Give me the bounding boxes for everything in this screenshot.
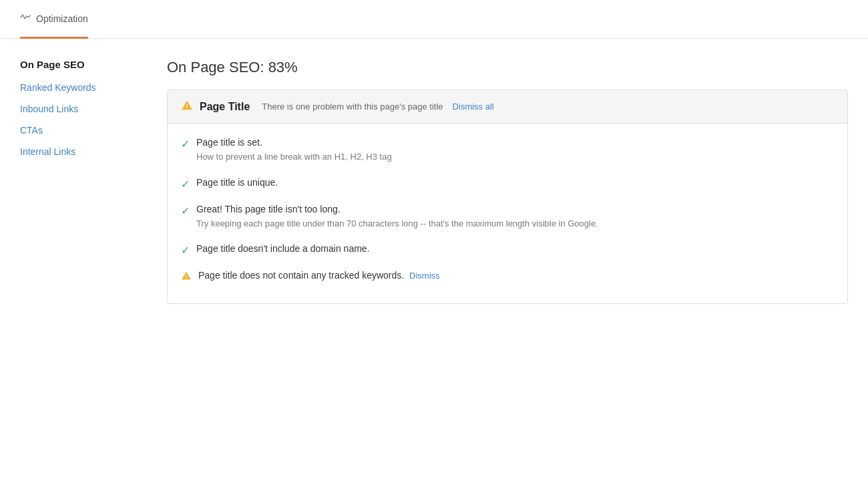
check-item-row: ✓ Page title is unique. [181,177,834,190]
card-description: There is one problem with this page's pa… [262,102,443,112]
card-header-warning-icon: ! [181,100,193,114]
check-item-row: ✓ Page title is set. How to prevent a li… [181,137,834,164]
check-icon-warning: ! [181,271,192,283]
sidebar-item-inbound-links[interactable]: Inbound Links [20,104,154,114]
sidebar-item-ctas[interactable]: CTAs [20,125,154,136]
check-item-text: Page title is unique. [196,177,834,188]
check-icon-success: ✓ [181,244,190,257]
check-icon-success: ✓ [181,204,190,217]
check-item-content: Page title does not contain any tracked … [198,270,834,281]
dismiss-keyword-button[interactable]: Dismiss [409,271,440,281]
check-item-row: ✓ Great! This page title isn't too long.… [181,204,834,230]
check-item-title-set: ✓ Page title is set. How to prevent a li… [181,137,834,164]
check-item-subtext: How to prevent a line break with an H1, … [196,150,834,164]
page-seo-heading: On Page SEO: 83% [167,59,848,76]
page-title-card: ! Page Title There is one problem with t… [167,90,848,304]
card-title: Page Title [200,101,250,113]
card-header: ! Page Title There is one problem with t… [168,90,847,124]
top-nav: Optimization [0,0,868,39]
check-icon-success: ✓ [181,178,190,190]
check-item-content: Page title is set. How to prevent a line… [196,137,834,164]
sidebar-item-ranked-keywords[interactable]: Ranked Keywords [20,82,154,93]
dismiss-all-button[interactable]: Dismiss all [453,102,494,112]
check-item-text: Page title is set. [196,137,834,148]
main-content: On Page SEO Ranked Keywords Inbound Link… [0,39,868,304]
svg-text:!: ! [186,274,188,280]
check-item-content: Page title doesn't include a domain name… [196,243,834,254]
svg-text:!: ! [186,103,188,110]
optimization-tab[interactable]: Optimization [20,0,88,39]
sidebar-item-internal-links[interactable]: Internal Links [20,146,154,157]
check-item-content: Page title is unique. [196,177,834,188]
check-item-text: Great! This page title isn't too long. [196,204,834,214]
check-item-title-domain: ✓ Page title doesn't include a domain na… [181,243,834,257]
check-item-text: Page title doesn't include a domain name… [196,243,834,254]
card-body: ✓ Page title is set. How to prevent a li… [168,124,847,303]
check-item-row: ✓ Page title doesn't include a domain na… [181,243,834,257]
check-item-title-length: ✓ Great! This page title isn't too long.… [181,204,834,230]
check-icon-success: ✓ [181,138,190,150]
check-item-title-unique: ✓ Page title is unique. [181,177,834,190]
check-item-text: Page title does not contain any tracked … [198,270,834,281]
optimization-tab-label: Optimization [36,13,88,24]
check-item-content: Great! This page title isn't too long. T… [196,204,834,230]
sidebar-active-title: On Page SEO [20,59,154,70]
content-area: On Page SEO: 83% ! Page Title There is o… [167,59,848,304]
check-item-subtext: Try keeping each page title under than 7… [196,217,834,230]
sidebar: On Page SEO Ranked Keywords Inbound Link… [20,59,167,304]
activity-icon [20,12,31,25]
check-item-row: ! Page title does not contain any tracke… [181,270,834,283]
check-item-title-keywords: ! Page title does not contain any tracke… [181,270,834,283]
